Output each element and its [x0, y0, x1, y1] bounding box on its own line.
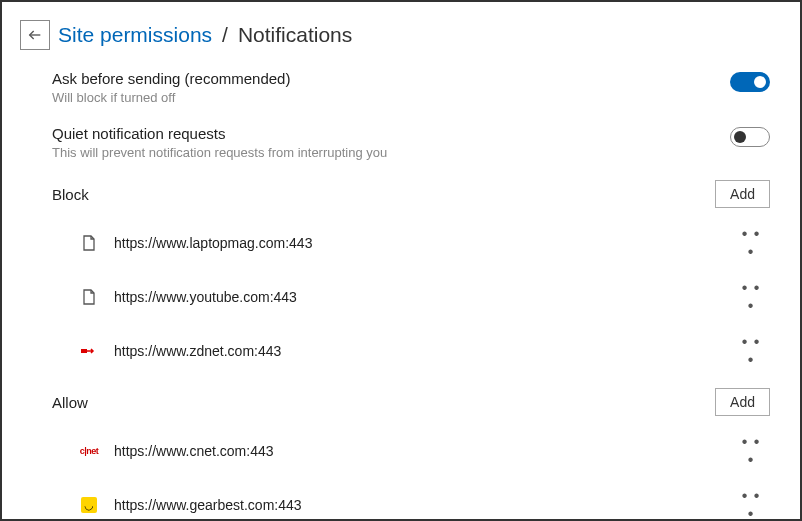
- setting-description: Will block if turned off: [52, 90, 730, 105]
- setting-text: Ask before sending (recommended) Will bl…: [52, 70, 730, 105]
- block-add-button[interactable]: Add: [715, 180, 770, 208]
- site-url: https://www.laptopmag.com:443: [114, 235, 736, 251]
- gearbest-favicon-icon: ◡: [80, 496, 98, 514]
- site-url: https://www.youtube.com:443: [114, 289, 736, 305]
- allow-add-button[interactable]: Add: [715, 388, 770, 416]
- breadcrumb-parent-link[interactable]: Site permissions: [58, 23, 212, 47]
- breadcrumb-separator: /: [222, 23, 228, 47]
- site-more-button[interactable]: • • •: [736, 225, 766, 261]
- toggle-knob: [754, 76, 766, 88]
- site-url: https://www.cnet.com:443: [114, 443, 736, 459]
- cnet-favicon-icon: c|net: [80, 442, 98, 460]
- setting-text: Quiet notification requests This will pr…: [52, 125, 730, 160]
- site-row: c|net https://www.cnet.com:443 • • •: [52, 424, 770, 478]
- back-button[interactable]: [20, 20, 50, 50]
- allow-section-title: Allow: [52, 394, 88, 411]
- file-icon: [80, 288, 98, 306]
- site-row: https://www.laptopmag.com:443 • • •: [52, 216, 770, 270]
- content-area: Ask before sending (recommended) Will bl…: [2, 60, 800, 521]
- setting-quiet-requests: Quiet notification requests This will pr…: [52, 125, 770, 160]
- block-section-header: Block Add: [52, 180, 770, 208]
- site-row: https://www.zdnet.com:443 • • •: [52, 324, 770, 378]
- page-header: Site permissions / Notifications: [2, 2, 800, 60]
- setting-ask-before-sending: Ask before sending (recommended) Will bl…: [52, 70, 770, 105]
- setting-description: This will prevent notification requests …: [52, 145, 730, 160]
- zdnet-favicon-icon: [80, 342, 98, 360]
- setting-title: Quiet notification requests: [52, 125, 730, 142]
- svg-rect-1: [81, 349, 87, 353]
- site-more-button[interactable]: • • •: [736, 487, 766, 521]
- file-icon: [80, 234, 98, 252]
- allow-section-header: Allow Add: [52, 388, 770, 416]
- back-arrow-icon: [27, 27, 43, 43]
- site-more-button[interactable]: • • •: [736, 279, 766, 315]
- site-url: https://www.zdnet.com:443: [114, 343, 736, 359]
- block-section-title: Block: [52, 186, 89, 203]
- site-more-button[interactable]: • • •: [736, 333, 766, 369]
- quiet-requests-toggle[interactable]: [730, 127, 770, 147]
- site-row: https://www.youtube.com:443 • • •: [52, 270, 770, 324]
- site-url: https://www.gearbest.com:443: [114, 497, 736, 513]
- site-more-button[interactable]: • • •: [736, 433, 766, 469]
- ask-before-sending-toggle[interactable]: [730, 72, 770, 92]
- toggle-knob: [734, 131, 746, 143]
- setting-title: Ask before sending (recommended): [52, 70, 730, 87]
- breadcrumb-current: Notifications: [238, 23, 352, 47]
- site-row: ◡ https://www.gearbest.com:443 • • •: [52, 478, 770, 521]
